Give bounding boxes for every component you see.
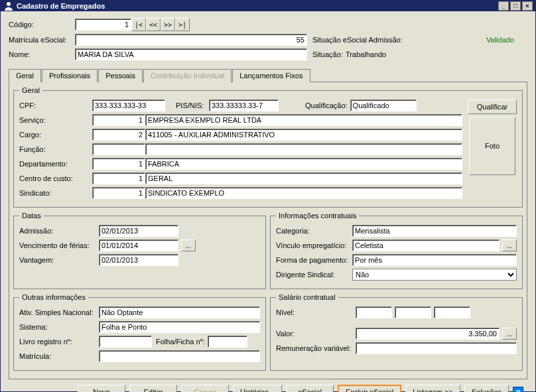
pisnis-field[interactable]: 333.33333.33-7 <box>209 99 279 111</box>
qualificacao-field[interactable]: Qualificado <box>350 99 417 111</box>
tab-geral[interactable]: Geral <box>9 69 41 82</box>
solucoes-button[interactable]: Soluções <box>464 385 509 392</box>
info-contratuais-group: Informações contratuais Categoria: Mensa… <box>270 212 523 289</box>
vinculo-field[interactable]: Celetista <box>352 239 500 251</box>
centro-custo-code-field[interactable]: 1 <box>92 172 145 184</box>
nav-prev-button[interactable]: << <box>146 18 161 31</box>
codigo-label: Código: <box>9 21 75 29</box>
valor-more-button[interactable]: ... <box>502 328 517 340</box>
valor-field[interactable]: 3.350,00 <box>356 328 500 340</box>
vencimento-ferias-more-button[interactable]: ... <box>181 239 196 251</box>
gravar-button: Gravar <box>181 385 229 392</box>
vinculo-more-button[interactable]: ... <box>502 239 517 251</box>
excluir-esocial-button[interactable]: Excluir eSocial <box>338 385 401 392</box>
situacao-esocial-value: Validado <box>486 36 514 44</box>
listagem-button[interactable]: Listagem >> <box>405 385 460 392</box>
outras-info-legend: Outras informações <box>19 293 88 301</box>
vantagem-field[interactable]: 02/01/2013 <box>99 254 178 266</box>
novo-button[interactable]: Novo <box>78 385 125 392</box>
remuneracao-variavel-label: Remuneração variável: <box>276 344 356 352</box>
tab-lancamentos[interactable]: Lançamentos Fixos <box>232 69 310 82</box>
forma-pagamento-field[interactable]: Por mês <box>352 254 517 266</box>
forma-pagamento-label: Forma de pagamento: <box>276 256 352 264</box>
valor-label: Valor: <box>276 330 356 338</box>
foto-placeholder[interactable]: Foto <box>469 117 515 175</box>
outras-info-group: Outras informações Ativ. Simples Naciona… <box>13 293 266 371</box>
maximize-button[interactable]: □ <box>510 1 521 11</box>
centro-custo-desc-field[interactable]: GERAL <box>145 172 462 184</box>
close-button[interactable]: × <box>522 1 533 11</box>
simples-nacional-field[interactable]: Não Optante <box>99 306 260 318</box>
tab-profissionais[interactable]: Profissionais <box>42 69 98 82</box>
dirigente-sindical-label: Dirigente Sindical: <box>276 271 352 279</box>
vencimento-ferias-label: Vencimento de férias: <box>19 241 99 249</box>
tab-pane: Geral CPF: 333.333.333-33 PIS/NIS: 333.3… <box>9 82 527 379</box>
svg-point-0 <box>7 2 11 6</box>
livro-registro-field[interactable] <box>99 336 152 348</box>
nivel-field-2[interactable] <box>395 306 431 318</box>
nivel-field-3[interactable] <box>434 306 470 318</box>
sindicato-code-field[interactable]: 1 <box>92 187 145 199</box>
sistema-field[interactable]: Folha e Ponto <box>99 321 260 333</box>
funcao-code-field[interactable] <box>92 143 145 155</box>
nav-last-button[interactable]: >| <box>175 18 190 31</box>
admissao-field[interactable]: 02/01/2013 <box>99 225 178 237</box>
qualificar-button[interactable]: Qualificar <box>468 99 517 114</box>
funcao-desc-field[interactable] <box>145 143 462 155</box>
departamento-label: Departamento: <box>19 160 92 168</box>
cargo-desc-field[interactable]: 411005 - AUXILIAR ADMINISTRATIVO <box>145 129 462 141</box>
tab-pessoais[interactable]: Pessoais <box>98 69 143 82</box>
qualificacao-label: Qualificação: <box>305 101 348 109</box>
matricula-label: Matrícula: <box>19 352 99 360</box>
categoria-field[interactable]: Mensalista <box>352 225 517 237</box>
folha-ficha-label: Folha/Ficha nº: <box>156 338 205 346</box>
sindicato-label: Sindicato: <box>19 189 92 197</box>
simples-nacional-label: Ativ. Simples Nacional: <box>19 308 99 316</box>
help-icon[interactable]: ? <box>513 387 523 392</box>
nome-field[interactable]: MARIA DA SILVA <box>75 48 307 60</box>
tab-contribuicao: Contribuição Individual <box>143 69 232 82</box>
content: Código: 1 |< << >> >| Matrícula eSocial:… <box>1 11 535 392</box>
nav-next-button[interactable]: >> <box>161 18 175 31</box>
cargo-code-field[interactable]: 2 <box>92 129 145 141</box>
window-title: Cadastro de Empregados <box>17 2 105 10</box>
sistema-label: Sistema: <box>19 323 99 331</box>
salario-legend: Salário contratual <box>276 293 338 301</box>
esocial-button[interactable]: eSocial <box>286 385 334 392</box>
tabs: Geral Profissionais Pessoais Contribuiçã… <box>9 68 527 82</box>
codigo-field[interactable]: 1 <box>75 19 131 31</box>
situacao-value: Trabalhando <box>346 50 386 58</box>
cpf-field[interactable]: 333.333.333-33 <box>92 99 165 111</box>
salario-group: Salário contratual Nível: Valor: 3.350,0… <box>270 293 523 371</box>
servico-desc-field[interactable]: EMPRESA EXEMPLO REAL LTDA <box>145 114 462 126</box>
matricula-esocial-label: Matrícula eSocial: <box>9 36 75 44</box>
geral-group: Geral CPF: 333.333.333-33 PIS/NIS: 333.3… <box>13 86 523 208</box>
sindicato-desc-field[interactable]: SINDICATO EXEMPLO <box>145 187 462 199</box>
servico-code-field[interactable]: 1 <box>92 114 145 126</box>
livro-registro-label: Livro registro nº: <box>19 338 99 346</box>
editar-button[interactable]: Editar <box>129 385 177 392</box>
servico-label: Serviço: <box>19 116 92 124</box>
foto-label: Foto <box>485 142 500 150</box>
cpf-label: CPF: <box>19 101 92 109</box>
geral-legend: Geral <box>19 86 42 94</box>
bottom-toolbar: Novo Editar Gravar Histórico... eSocial … <box>9 379 527 392</box>
funcao-label: Função: <box>19 145 92 153</box>
nivel-field-1[interactable] <box>356 306 392 318</box>
vencimento-ferias-field[interactable]: 01/01/2014 <box>99 239 178 251</box>
nav-first-button[interactable]: |< <box>131 18 146 31</box>
dirigente-sindical-select[interactable]: Não <box>352 269 517 281</box>
situacao-label: Situação: <box>312 50 343 58</box>
matricula-esocial-field[interactable]: 55 <box>75 34 307 46</box>
folha-ficha-field[interactable] <box>208 336 247 348</box>
app-icon <box>3 1 14 11</box>
window: Cadastro de Empregados _ □ × Código: 1 |… <box>0 0 536 392</box>
remuneracao-variavel-field[interactable] <box>356 342 517 354</box>
minimize-button[interactable]: _ <box>498 1 509 11</box>
historico-button[interactable]: Histórico... <box>233 385 282 392</box>
matricula-field[interactable] <box>99 350 260 362</box>
departamento-desc-field[interactable]: FABRICA <box>145 158 462 170</box>
pisnis-label: PIS/NIS: <box>176 101 209 109</box>
departamento-code-field[interactable]: 1 <box>92 158 145 170</box>
datas-legend: Datas <box>19 212 44 220</box>
